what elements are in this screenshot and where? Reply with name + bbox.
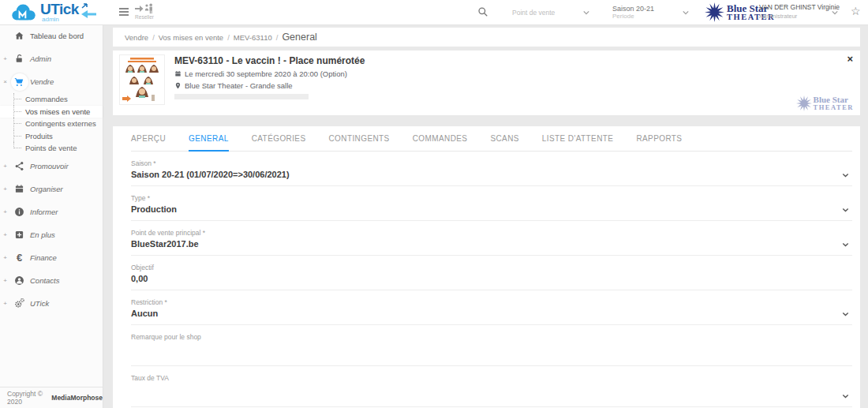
chevron-down-icon[interactable] xyxy=(831,9,839,16)
chevron-down-icon[interactable] xyxy=(841,393,850,399)
field-value xyxy=(131,343,852,360)
field-label: Restriction * xyxy=(131,298,852,306)
field-label: Taux de TVA xyxy=(131,374,852,382)
field-value: BlueStar2017.be xyxy=(131,239,852,249)
expander[interactable]: + xyxy=(0,185,9,193)
expander[interactable]: + xyxy=(0,300,9,307)
sidebar-item-vendre[interactable]: × Vendre xyxy=(0,70,103,93)
tab-categories[interactable]: CATÉGORIES xyxy=(252,126,306,152)
tree-connector xyxy=(14,148,21,148)
person-icon xyxy=(9,275,30,286)
expander[interactable]: + xyxy=(0,55,9,62)
saison-select[interactable]: Saison * Saison 20-21 (01/07/2020=>30/06… xyxy=(131,152,852,186)
expander[interactable]: + xyxy=(0,163,9,170)
tab-rapports[interactable]: RAPPORTS xyxy=(636,126,682,152)
breadcrumb-current: General xyxy=(282,32,316,43)
sidebar-item-contacts[interactable]: + Contacts xyxy=(0,269,103,292)
sidebar-item-en-plus[interactable]: + En plus xyxy=(0,223,103,246)
restriction-select[interactable]: Restriction * Aucun xyxy=(131,290,852,325)
sidebar-item-utick[interactable]: + UTick xyxy=(0,292,103,315)
breadcrumb-vos-mises-en-vente[interactable]: Vos mises en vente xyxy=(159,33,223,42)
calendar-icon xyxy=(9,184,30,194)
point-de-vente-principal-select[interactable]: Point de vente principal * BlueStar2017.… xyxy=(131,221,852,256)
event-venue: Blue Star Theater - Grande salle xyxy=(185,81,293,90)
sidebar-item-label: En plus xyxy=(30,230,55,239)
taux-tva-select[interactable]: Taux de TVA xyxy=(131,366,852,407)
main-content: Vendre / Vos mises en vente / MEV-63110 … xyxy=(103,24,868,408)
sidebar-item-label: Contacts xyxy=(30,276,60,285)
expander[interactable]: + xyxy=(0,254,9,261)
sidebar-item-label: Tableau de bord xyxy=(30,32,84,40)
lock-icon xyxy=(9,54,30,64)
venue-watermark-logo: Blue Star THEATER xyxy=(796,95,854,111)
sidebar-item-label: Organiser xyxy=(30,185,63,193)
type-select[interactable]: Type * Production xyxy=(131,186,852,221)
plus-box-icon xyxy=(9,230,30,240)
copyright: Copyright © 2020 MediaMorphose xyxy=(0,387,103,408)
reseller-icon xyxy=(134,3,155,14)
periode-dropdown[interactable]: Saison 20-21 Periode xyxy=(609,0,691,24)
starburst-icon xyxy=(705,2,724,22)
sidebar-item-produits[interactable]: Produits xyxy=(0,130,103,143)
tab-scans[interactable]: SCANS xyxy=(490,126,518,152)
sidebar-subitem-label: Produits xyxy=(25,132,53,140)
expander[interactable]: + xyxy=(0,277,9,284)
close-icon[interactable]: × xyxy=(847,54,853,64)
logo-arrow-icon xyxy=(80,3,98,21)
euro-icon: € xyxy=(9,252,30,264)
sidebar-item-promouvoir[interactable]: + Promouvoir xyxy=(0,155,103,178)
sidebar-item-finance[interactable]: + € Finance xyxy=(0,246,103,269)
logo-subtitle: admin xyxy=(42,17,79,23)
favorite-icon[interactable]: ☆ xyxy=(851,5,861,17)
breadcrumb-separator: / xyxy=(276,33,279,42)
sidebar-item-admin[interactable]: + Admin xyxy=(0,47,103,70)
chevron-down-icon[interactable] xyxy=(841,311,850,317)
breadcrumb-vendre[interactable]: Vendre xyxy=(125,33,148,42)
tab-apercu[interactable]: APERÇU xyxy=(131,126,166,152)
breadcrumb: Vendre / Vos mises en vente / MEV-63110 … xyxy=(113,28,860,47)
point-de-vente-dropdown[interactable]: Point de vente xyxy=(509,0,592,24)
utick-logo[interactable]: UTick admin xyxy=(10,2,98,23)
chevron-down-icon[interactable] xyxy=(841,172,850,178)
sidebar-item-informer[interactable]: + Informer xyxy=(0,200,103,223)
breadcrumb-mev[interactable]: MEV-63110 xyxy=(234,33,272,42)
field-value xyxy=(131,384,852,401)
sidebar-item-organiser[interactable]: + Organiser xyxy=(0,178,103,200)
breadcrumb-separator: / xyxy=(152,33,155,42)
tab-contingents[interactable]: CONTINGENTS xyxy=(329,126,390,152)
field-label: Saison * xyxy=(131,159,852,167)
collapser[interactable]: × xyxy=(0,78,9,85)
expander[interactable]: + xyxy=(0,208,9,215)
sidebar-item-label: Informer xyxy=(30,208,58,216)
chevron-down-icon[interactable] xyxy=(841,207,850,213)
user-role: Administrateur xyxy=(759,13,840,20)
menu-icon[interactable] xyxy=(119,8,129,17)
event-date: Le mercredi 30 septembre 2020 à 20:00 (O… xyxy=(185,69,347,78)
event-summary-card: MEV-63110 - Le vaccin ! - Place numéroté… xyxy=(113,51,860,115)
tab-liste-dattente[interactable]: LISTE D'ATTENTE xyxy=(542,126,614,152)
sidebar-item-vos-mises-en-vente[interactable]: Vos mises en vente xyxy=(0,106,103,118)
search-icon[interactable] xyxy=(477,6,488,17)
field-value: 0,00 xyxy=(131,274,852,284)
periode-label: Periode xyxy=(612,13,634,20)
reseller-button[interactable]: Reseller xyxy=(134,3,155,20)
objectif-input[interactable]: Objectif 0,00 xyxy=(131,256,852,290)
tab-general[interactable]: GENERAL xyxy=(189,126,229,152)
user-menu[interactable]: VAN DER GHINST Virginie Administrateur xyxy=(759,4,840,19)
event-title: MEV-63110 - Le vaccin ! - Place numéroté… xyxy=(174,55,365,66)
tab-commandes[interactable]: COMMANDES xyxy=(413,126,468,152)
sidebar-item-contingents-externes[interactable]: Contingents externes xyxy=(0,118,103,130)
event-poster-thumbnail xyxy=(119,54,165,105)
chevron-down-icon[interactable] xyxy=(841,241,850,248)
tree-connector xyxy=(14,111,21,112)
expander[interactable]: + xyxy=(0,231,9,238)
sidebar-item-tableau-de-bord[interactable]: Tableau de bord xyxy=(0,24,103,47)
sidebar-subitem-label: Commandes xyxy=(25,95,68,103)
sidebar-item-commandes[interactable]: Commandes xyxy=(0,93,103,106)
sidebar-item-points-de-vente[interactable]: Points de vente xyxy=(0,142,103,155)
cloud-logo-icon xyxy=(10,2,37,23)
field-value: Saison 20-21 (01/07/2020=>30/06/2021) xyxy=(131,170,852,180)
sidebar-subitem-label: Points de vente xyxy=(25,144,77,152)
remarque-shop-input[interactable]: Remarque pour le shop xyxy=(131,325,852,366)
starburst-icon xyxy=(796,95,812,111)
